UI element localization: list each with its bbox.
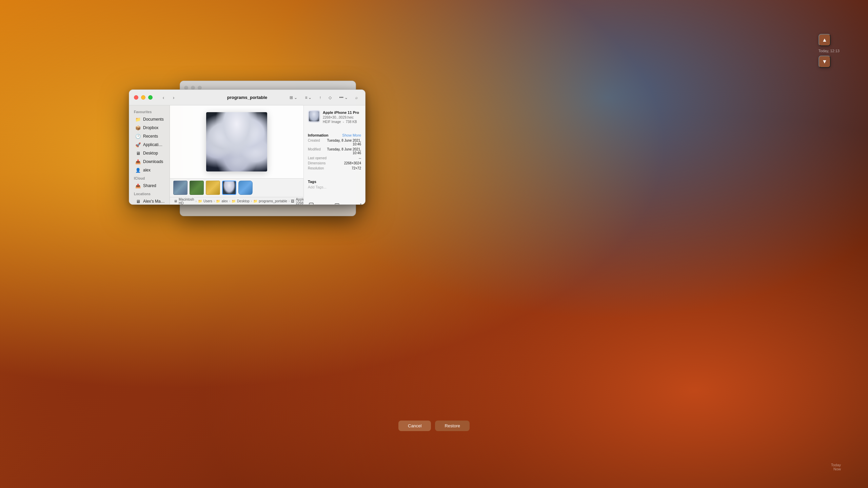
modified-row: Modified Tuesday, 8 June 2021, 10:46: [308, 147, 361, 155]
locations-header: Locations: [129, 190, 170, 197]
main-content: 🖥 Macintosh HD › 📁 Users › 📁 alex ›: [170, 105, 365, 204]
info-panel: Apple iPhone 11 Pro 2268×30...0029.heic …: [303, 105, 365, 204]
search-button[interactable]: ⌕: [353, 93, 360, 102]
close-button[interactable]: [134, 95, 138, 100]
thumbnail-1[interactable]: [173, 181, 188, 195]
action-buttons: Create PDF Convert Image: [308, 200, 361, 204]
breadcrumb-programs[interactable]: 📁 programs_portable: [253, 199, 287, 203]
dimensions-value: 2268×3024: [327, 161, 361, 165]
created-value: Tuesday, 8 June 2021, 10:46: [321, 139, 361, 146]
window-title: programs_portable: [227, 95, 267, 100]
breadcrumb-filename-label: Apple iPhone 11 Pro 2268x3024_000029.hei…: [296, 198, 303, 205]
icloud-header: iCloud: [129, 175, 170, 181]
sidebar: Favourites 📁 Documents 📦 Dropbox 🕐 Recen…: [129, 105, 170, 204]
down-arrow-icon: ▼: [822, 59, 827, 65]
sidebar-item-applications[interactable]: 🚀 Applications: [131, 141, 168, 149]
breadcrumb-filename[interactable]: 🖼 Apple iPhone 11 Pro 2268x3024_000029.h…: [291, 198, 303, 205]
tag-icon: ◇: [329, 95, 332, 100]
forward-button[interactable]: ›: [169, 93, 178, 102]
arrange-button[interactable]: ≡ ⌄: [302, 93, 314, 102]
create-pdf-button[interactable]: Create PDF: [303, 200, 322, 204]
restore-button[interactable]: Restore: [435, 421, 470, 431]
thumbnail-2[interactable]: [190, 181, 204, 195]
thumbnail-5[interactable]: [238, 181, 253, 195]
file-title: Apple iPhone 11 Pro: [323, 110, 361, 115]
share-button[interactable]: ↑: [316, 93, 324, 102]
convert-image-icon: [333, 201, 343, 204]
breadcrumb-sep-5: ›: [289, 199, 290, 203]
sidebar-item-shared[interactable]: 📤 Shared: [131, 182, 168, 190]
now-label: Now: [831, 467, 841, 471]
more-button[interactable]: ••• ⌄: [336, 93, 351, 102]
alex-icon: 👤: [135, 167, 141, 173]
applications-icon: 🚀: [135, 142, 141, 147]
sidebar-item-alex[interactable]: 👤 alex: [131, 166, 168, 174]
information-section: Information Show More Created Tuesday, 8…: [308, 133, 361, 170]
favourites-header: Favourites: [129, 108, 170, 115]
sidebar-item-downloads[interactable]: 📥 Downloads: [131, 158, 168, 166]
breadcrumb-programs-icon: 📁: [253, 199, 257, 203]
more-actions-icon: [356, 201, 365, 204]
breadcrumb-macintoshhd[interactable]: 🖥 Macintosh HD: [174, 198, 194, 205]
minimize-button[interactable]: [141, 95, 145, 100]
share-icon: ↑: [319, 95, 321, 100]
back-button[interactable]: ‹: [159, 93, 168, 102]
sidebar-label-applications: Applications: [143, 142, 165, 147]
information-label: Information: [308, 133, 329, 137]
breadcrumb-users-label: Users: [203, 199, 212, 203]
breadcrumb-desktop[interactable]: 📁 Desktop: [232, 199, 250, 203]
sidebar-item-recents[interactable]: 🕐 Recents: [131, 132, 168, 140]
bottom-right-panel: Today Now: [831, 463, 841, 471]
sidebar-label-desktop: Desktop: [143, 151, 158, 156]
breadcrumb-users[interactable]: 📁 Users: [198, 199, 212, 203]
resolution-row: Resolution 72×72: [308, 166, 361, 170]
sidebar-item-alexmacmini[interactable]: 🖥 Alex's Mac mini: [131, 197, 168, 204]
bottom-buttons: Cancel Restore: [398, 421, 470, 431]
breadcrumb-hd-label: Macintosh HD: [179, 198, 194, 205]
sidebar-item-dropbox[interactable]: 📦 Dropbox: [131, 124, 168, 132]
breadcrumb-desktop-icon: 📁: [232, 199, 236, 203]
cancel-button[interactable]: Cancel: [398, 421, 431, 431]
last-opened-value: --: [328, 156, 361, 160]
preview-image[interactable]: [206, 112, 267, 171]
sidebar-label-shared: Shared: [143, 183, 156, 188]
resolution-value: 72×72: [325, 166, 361, 170]
svg-rect-1: [335, 204, 339, 204]
thumbnail-4[interactable]: [222, 181, 236, 195]
forward-icon: ›: [173, 95, 175, 100]
scroll-up-button[interactable]: ▲: [818, 34, 831, 46]
file-browser: 🖥 Macintosh HD › 📁 Users › 📁 alex ›: [170, 105, 303, 204]
breadcrumb-alex-icon: 📁: [216, 199, 220, 203]
tags-input[interactable]: Add Tags...: [308, 185, 361, 189]
sidebar-item-documents[interactable]: 📁 Documents: [131, 115, 168, 123]
fullscreen-button[interactable]: [148, 95, 153, 100]
file-type-icon: [308, 110, 320, 122]
tag-button[interactable]: ◇: [326, 93, 334, 102]
view-options-button[interactable]: ⊞ ⌄: [287, 93, 300, 102]
show-more-button[interactable]: Show More: [342, 133, 361, 137]
breadcrumb-alex[interactable]: 📁 alex: [216, 199, 228, 203]
bg-dot-3: [198, 86, 202, 90]
macmini-icon: 🖥: [135, 199, 141, 204]
created-row: Created Tuesday, 8 June 2021, 10:46: [308, 139, 361, 146]
thumbnail-3[interactable]: [206, 181, 220, 195]
up-arrow-icon: ▲: [822, 37, 827, 43]
nav-buttons: ‹ ›: [159, 93, 178, 102]
more-actions-button[interactable]: More...: [354, 200, 365, 204]
convert-image-button[interactable]: Convert Image: [326, 200, 351, 204]
traffic-lights: [134, 95, 153, 100]
more-icon: •••: [339, 95, 343, 100]
svg-rect-0: [309, 203, 313, 204]
sidebar-item-desktop[interactable]: 🖥 Desktop: [131, 149, 168, 157]
breadcrumb-programs-label: programs_portable: [259, 199, 287, 203]
breadcrumb-desktop-label: Desktop: [237, 199, 250, 203]
recents-icon: 🕐: [135, 134, 141, 139]
search-icon: ⌕: [355, 95, 358, 100]
dimensions-label: Dimensions: [308, 161, 326, 165]
sidebar-label-downloads: Downloads: [143, 159, 163, 164]
create-pdf-icon: [307, 201, 317, 204]
desktop-background: [0, 0, 868, 488]
arrange-chevron: ⌄: [308, 95, 312, 100]
bg-dot-1: [184, 86, 188, 90]
scroll-down-button[interactable]: ▼: [818, 56, 831, 68]
